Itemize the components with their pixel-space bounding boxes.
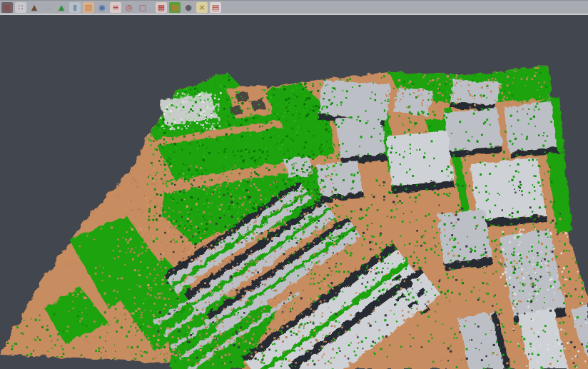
point-cloud-scene [0, 0, 588, 369]
target-icon: ◎ [126, 4, 133, 11]
red-list-button[interactable]: ≡ [110, 2, 121, 13]
globe-icon: ◉ [98, 4, 106, 11]
points-icon: ∴ [46, 4, 51, 11]
dark-tile-icon: ▦ [4, 4, 11, 11]
terrain-brown-icon: ▲ [31, 4, 37, 11]
globe-button[interactable]: ◉ [96, 2, 108, 13]
cross-section-icon: × [198, 4, 205, 11]
sphere-icon: ● [185, 4, 192, 11]
points-button[interactable]: ∴ [42, 2, 54, 13]
split-points-icon: ∷ [19, 4, 24, 11]
dark-tile-button[interactable]: ▦ [1, 2, 13, 13]
profile-button[interactable]: ▮ [69, 2, 81, 13]
red-bars-button[interactable]: ▤ [210, 2, 221, 13]
terrain-brown-button[interactable]: ▲ [29, 2, 40, 13]
main-toolbar: ▦∷▲∴▲▮▧◉≡◎▢▦▩●×▤ [0, 0, 588, 15]
sphere-button[interactable]: ● [183, 2, 194, 13]
profile-icon: ▮ [73, 4, 77, 11]
raster-grid-icon: ▦ [158, 4, 165, 11]
cross-section-button[interactable]: × [196, 2, 208, 13]
target-button[interactable]: ◎ [123, 2, 135, 13]
raster-grid-button[interactable]: ▦ [156, 2, 167, 13]
terrain-green-button[interactable]: ▲ [56, 2, 67, 13]
classified-cloud-button[interactable]: ▩ [169, 2, 181, 13]
split-points-button[interactable]: ∷ [15, 2, 26, 13]
extent-icon: ▢ [139, 4, 146, 11]
terrain-green-icon: ▲ [59, 4, 64, 11]
orange-tile-button[interactable]: ▧ [83, 2, 94, 13]
red-bars-icon: ▤ [212, 4, 219, 11]
extent-button[interactable]: ▢ [137, 2, 148, 13]
red-list-icon: ≡ [112, 4, 118, 11]
application-window: ▦∷▲∴▲▮▧◉≡◎▢▦▩●×▤ [0, 0, 588, 369]
classified-cloud-icon: ▩ [171, 4, 178, 11]
viewport-3d[interactable] [0, 0, 588, 369]
orange-tile-icon: ▧ [85, 4, 92, 11]
